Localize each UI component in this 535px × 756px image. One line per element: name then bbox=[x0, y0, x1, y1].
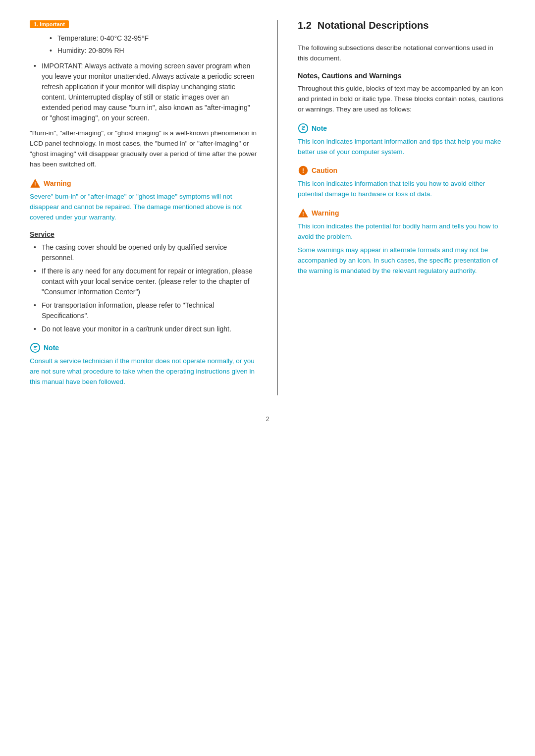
sub-list: Temperature: 0-40°C 32-95°F Humidity: 20… bbox=[48, 33, 258, 56]
service-heading: Service bbox=[30, 230, 258, 238]
caution-header-right: ! Caution bbox=[298, 165, 505, 176]
warning-text-right-1: This icon indicates the potential for bo… bbox=[298, 221, 505, 242]
svg-point-6 bbox=[304, 126, 305, 127]
note-icon-left bbox=[30, 342, 41, 353]
list-item: Humidity: 20-80% RH bbox=[48, 46, 258, 56]
warning-header-left: ! Warning bbox=[30, 178, 258, 189]
service-list: The casing cover should be opened only b… bbox=[30, 242, 258, 334]
section-number: 1.2 bbox=[298, 20, 312, 31]
caution-block-right: ! Caution This icon indicates informatio… bbox=[298, 165, 505, 200]
caution-label-right: Caution bbox=[312, 166, 337, 174]
caution-text-right: This icon indicates information that tel… bbox=[298, 179, 505, 200]
important-item-1: IMPORTANT: Always activate a moving scre… bbox=[30, 61, 258, 123]
warning-block-left: ! Warning Severe" burn-in" or "after-ima… bbox=[30, 178, 258, 223]
note-label-left: Note bbox=[44, 344, 59, 352]
note-icon-right bbox=[298, 123, 309, 134]
right-column: 1.2 Notational Descriptions The followin… bbox=[277, 20, 505, 395]
note-label-right: Note bbox=[312, 124, 327, 132]
note-header-right: Note bbox=[298, 123, 505, 134]
note-text-right: This icon indicates important informatio… bbox=[298, 137, 505, 158]
warning-text-right-2: Some warnings may appear in alternate fo… bbox=[298, 245, 505, 276]
warning-icon-right: ! bbox=[298, 208, 309, 218]
warning-header-right: ! Warning bbox=[298, 208, 505, 218]
section-title-row: 1.2 Notational Descriptions bbox=[298, 20, 505, 37]
svg-point-2 bbox=[36, 346, 37, 347]
section-title: Notational Descriptions bbox=[318, 20, 428, 31]
page-number: 2 bbox=[30, 415, 505, 423]
svg-text:!: ! bbox=[302, 167, 304, 174]
subsection-title: Notes, Cautions and Warnings bbox=[298, 72, 505, 80]
service-item-1: The casing cover should be opened only b… bbox=[30, 242, 258, 263]
note-block-right: Note This icon indicates important infor… bbox=[298, 123, 505, 158]
left-column: 1. Important Temperature: 0-40°C 32-95°F… bbox=[30, 20, 258, 395]
warning-label-right: Warning bbox=[312, 209, 339, 217]
warning-block-right: ! Warning This icon indicates the potent… bbox=[298, 208, 505, 276]
subsection-intro: Throughout this guide, blocks of text ma… bbox=[298, 84, 505, 115]
important-list: IMPORTANT: Always activate a moving scre… bbox=[30, 61, 258, 123]
service-item-4: Do not leave your monitor in a car/trunk… bbox=[30, 324, 258, 334]
note-block-left: Note Consult a service technician if the… bbox=[30, 342, 258, 387]
service-item-3: For transportation information, please r… bbox=[30, 300, 258, 321]
note-text-left: Consult a service technician if the moni… bbox=[30, 356, 258, 387]
svg-text:!: ! bbox=[302, 212, 304, 217]
note-header-left: Note bbox=[30, 342, 258, 353]
caution-icon-right: ! bbox=[298, 165, 309, 176]
important-paragraph-2: "Burn-in", "after-imaging", or "ghost im… bbox=[30, 128, 258, 170]
list-item: Temperature: 0-40°C 32-95°F bbox=[48, 33, 258, 44]
svg-text:!: ! bbox=[34, 181, 36, 187]
important-badge: 1. Important bbox=[30, 20, 69, 28]
warning-icon-left: ! bbox=[30, 178, 41, 189]
warning-label-left: Warning bbox=[44, 179, 71, 187]
service-item-2: If there is any need for any document fo… bbox=[30, 266, 258, 297]
section-intro: The following subsections describe notat… bbox=[298, 43, 505, 64]
warning-text-left: Severe" burn-in" or "after-image" or "gh… bbox=[30, 192, 258, 223]
